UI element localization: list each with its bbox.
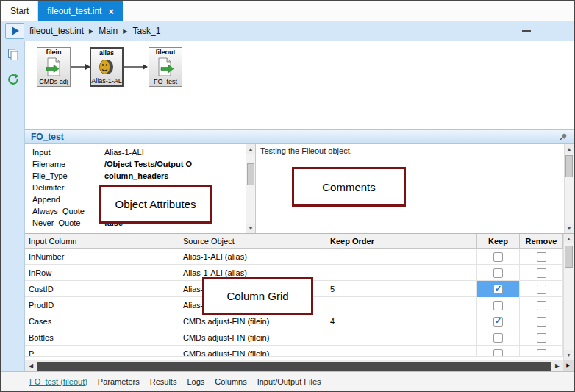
tab-start[interactable]: Start	[1, 1, 38, 21]
cell-source-object: CMDs adjust-FIN (filein)	[179, 329, 326, 346]
close-icon[interactable]: ×	[108, 7, 114, 16]
keep-checkbox[interactable]	[493, 252, 503, 262]
tab-results[interactable]: Results	[150, 377, 177, 386]
scroll-down-icon[interactable]: ▼	[564, 350, 574, 360]
attr-value: /Object Tests/Output O	[104, 160, 246, 168]
remove-checkbox[interactable]	[537, 252, 546, 262]
attribute-row[interactable]: Filename /Object Tests/Output O	[25, 158, 246, 170]
header-keep-order[interactable]: Keep Order	[326, 234, 477, 248]
breadcrumb-item-file[interactable]: fileout_test.int	[29, 26, 84, 36]
grid-header-row: Input Column Source Object Keep Order Ke…	[25, 234, 563, 249]
cell-keep-order[interactable]	[326, 346, 477, 357]
scroll-up-icon[interactable]: ▲	[564, 234, 574, 243]
window-body: filein CMDs adj alias	[1, 41, 574, 371]
attr-name: Filename	[25, 160, 104, 168]
tab-logs[interactable]: Logs	[187, 377, 204, 386]
remove-checkbox[interactable]	[537, 268, 546, 278]
attribute-row[interactable]	[25, 229, 246, 233]
node-alias[interactable]: alias Alias-1-AL	[90, 47, 124, 87]
remove-checkbox[interactable]	[537, 333, 546, 343]
header-keep[interactable]: Keep	[477, 234, 520, 248]
attribute-row[interactable]: Input Alias-1-ALI	[25, 146, 246, 158]
cell-remove[interactable]	[520, 249, 563, 265]
keep-checkbox[interactable]	[493, 301, 503, 310]
keep-checkbox[interactable]	[493, 349, 503, 357]
grid-vertical-scrollbar[interactable]: ▲ ▼	[563, 234, 574, 360]
keep-checkbox[interactable]	[493, 333, 503, 343]
cell-keep-selected[interactable]	[477, 281, 520, 297]
tab-columns[interactable]: Columns	[215, 377, 246, 386]
cell-remove[interactable]	[520, 265, 563, 281]
cell-keep[interactable]	[477, 329, 520, 346]
header-remove[interactable]: Remove	[520, 234, 563, 248]
table-row[interactable]: Cases CMDs adjust-FIN (filein) 4	[25, 313, 563, 329]
cell-remove[interactable]	[520, 329, 563, 346]
cell-keep-order[interactable]	[326, 297, 477, 313]
table-row[interactable]: Bottles CMDs adjust-FIN (filein)	[25, 329, 563, 346]
cell-keep[interactable]	[477, 265, 520, 281]
table-row-clipped[interactable]: P CMDs adjust-FIN (filein)	[25, 346, 563, 357]
scrollbar-thumb[interactable]	[37, 362, 551, 371]
scroll-up-icon[interactable]: ▲	[565, 144, 574, 154]
cell-keep[interactable]	[477, 297, 520, 313]
node-filein[interactable]: filein CMDs adj	[37, 47, 71, 87]
grid-horizontal-scrollbar[interactable]: ◀ ▶	[25, 360, 563, 371]
cell-keep[interactable]	[477, 346, 520, 357]
breadcrumb-item-task[interactable]: Task_1	[132, 26, 160, 36]
attr-value: Alias-1-ALI	[104, 148, 246, 157]
run-button[interactable]	[5, 23, 24, 39]
flow-canvas[interactable]: filein CMDs adj alias	[25, 41, 574, 129]
header-source-object[interactable]: Source Object	[179, 234, 326, 248]
tab-parameters[interactable]: Parameters	[98, 377, 140, 386]
scrollbar-thumb[interactable]	[565, 155, 573, 177]
breadcrumb-bar: fileout_test.int ▶ Main ▶ Task_1	[1, 21, 574, 41]
app-window: Start fileout_test.int × fileout_test.in…	[0, 0, 575, 392]
cell-keep[interactable]	[477, 249, 520, 265]
cell-keep-order[interactable]	[326, 329, 477, 346]
table-row[interactable]: InNumber Alias-1-ALI (alias)	[25, 249, 563, 265]
cell-input-column: InRow	[25, 265, 179, 281]
alias-mask-icon	[98, 57, 115, 77]
scroll-down-icon[interactable]: ▼	[565, 224, 574, 233]
tab-fo-test-fileout[interactable]: FO_test (fileout)	[29, 377, 88, 386]
copy-icon[interactable]	[7, 49, 19, 64]
remove-checkbox[interactable]	[537, 349, 546, 357]
attr-name: Never_Quote	[25, 218, 104, 227]
keep-checkbox[interactable]	[493, 268, 503, 278]
scroll-right-icon[interactable]: ▶	[551, 360, 563, 372]
node-fileout[interactable]: fileout FO_test	[149, 47, 182, 87]
header-input-column[interactable]: Input Column	[25, 234, 179, 248]
keep-checkbox[interactable]	[493, 285, 503, 294]
tab-input-output-files[interactable]: Input/Output Files	[257, 377, 321, 386]
cell-remove[interactable]	[520, 346, 563, 357]
cell-keep[interactable]	[477, 313, 520, 329]
refresh-icon[interactable]	[7, 73, 20, 89]
scroll-up-icon[interactable]: ▲	[246, 144, 255, 154]
remove-checkbox[interactable]	[537, 285, 546, 294]
pin-icon[interactable]	[558, 132, 568, 142]
cell-keep-order[interactable]: 4	[326, 313, 477, 329]
cell-remove[interactable]	[520, 297, 563, 313]
minimize-icon[interactable]	[522, 30, 531, 32]
scrollbar-thumb[interactable]	[247, 163, 254, 185]
attr-name: Always_Quote	[25, 207, 104, 215]
breadcrumb-item-main[interactable]: Main	[99, 26, 118, 36]
tab-fileout-test[interactable]: fileout_test.int ×	[38, 1, 123, 21]
attributes-scrollbar[interactable]: ▲ ▼	[246, 144, 255, 233]
cell-remove[interactable]	[520, 281, 563, 297]
annotation-comments: Comments	[292, 167, 406, 207]
scroll-left-icon[interactable]: ◀	[25, 360, 37, 372]
keep-checkbox[interactable]	[493, 317, 503, 327]
cell-keep-order[interactable]: 5	[326, 281, 477, 297]
remove-checkbox[interactable]	[537, 317, 546, 327]
node-type-label: alias	[99, 49, 114, 57]
attribute-row[interactable]: File_Type column_headers	[25, 170, 246, 182]
cell-remove[interactable]	[520, 313, 563, 329]
filein-icon	[45, 56, 63, 78]
scrollbar-thumb[interactable]	[565, 246, 573, 268]
scroll-down-icon[interactable]: ▼	[246, 224, 255, 233]
cell-keep-order[interactable]	[326, 265, 477, 281]
cell-keep-order[interactable]	[326, 249, 477, 265]
remove-checkbox[interactable]	[537, 301, 546, 310]
comments-scrollbar[interactable]: ▲ ▼	[564, 144, 574, 233]
